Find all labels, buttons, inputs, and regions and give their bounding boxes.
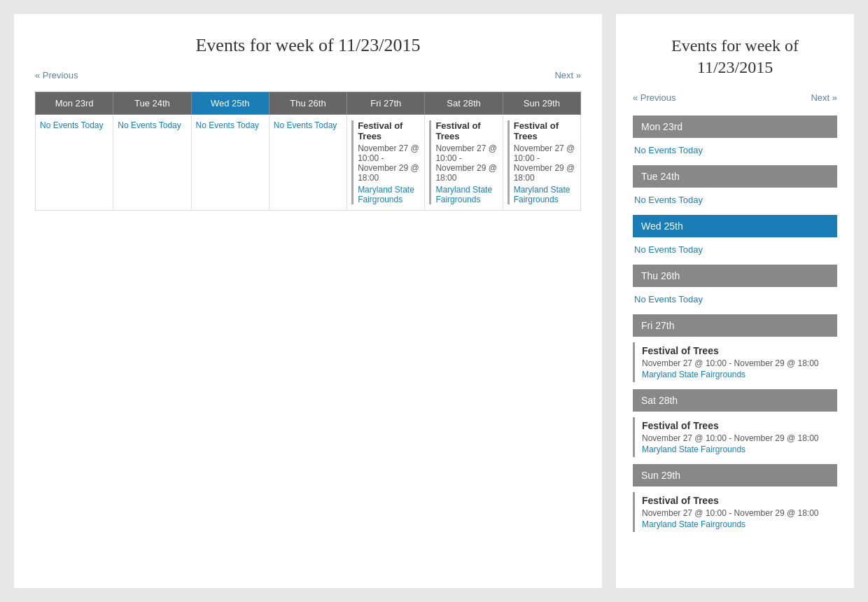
event-location-link[interactable]: Maryland State Fairgrounds (358, 185, 420, 204)
event-time: November 27 @ 10:00 - November 29 @ 18:0… (514, 144, 576, 183)
right-event-item: Festival of TreesNovember 27 @ 10:00 - N… (633, 417, 837, 457)
table-cell-day-2: No Events Today (191, 115, 269, 211)
page-title: Events for week of 11/23/2015 (35, 35, 581, 56)
table-header-day-1: Tue 24th (113, 92, 191, 115)
no-events-label: No Events Today (196, 120, 260, 130)
event-cell: Festival of TreesNovember 27 @ 10:00 - N… (429, 120, 498, 204)
right-event-title: Festival of Trees (642, 420, 837, 431)
no-events-label: No Events Today (274, 120, 337, 130)
right-day-header-6: Sun 29th (633, 464, 837, 486)
event-title: Festival of Trees (358, 120, 420, 141)
right-day-section-4: Fri 27thFestival of TreesNovember 27 @ 1… (633, 314, 837, 382)
right-panel: Events for week of 11/23/2015 « Previous… (616, 14, 854, 588)
table-header-day-6: Sun 29th (503, 92, 580, 115)
prev-link-left[interactable]: « Previous (35, 70, 78, 80)
right-no-events-label: No Events Today (633, 144, 837, 162)
event-location-link[interactable]: Maryland State Fairgrounds (514, 185, 576, 204)
right-day-sections: Mon 23rdNo Events TodayTue 24thNo Events… (633, 115, 837, 532)
right-no-events-label: No Events Today (633, 193, 837, 212)
table-header-day-0: Mon 23rd (36, 92, 113, 115)
right-panel-title: Events for week of 11/23/2015 (633, 35, 837, 78)
right-day-section-1: Tue 24thNo Events Today (633, 165, 837, 212)
next-link-right[interactable]: Next » (811, 92, 837, 103)
right-day-section-2: Wed 25thNo Events Today (633, 215, 837, 262)
right-event-item: Festival of TreesNovember 27 @ 10:00 - N… (633, 342, 837, 382)
event-title: Festival of Trees (435, 120, 498, 141)
event-time: November 27 @ 10:00 - November 29 @ 18:0… (435, 144, 498, 183)
no-events-label: No Events Today (40, 120, 104, 130)
right-no-events-label: No Events Today (633, 243, 837, 262)
table-cell-day-4: Festival of TreesNovember 27 @ 10:00 - N… (347, 115, 425, 211)
right-day-header-0: Mon 23rd (633, 115, 837, 138)
right-event-location-link[interactable]: Maryland State Fairgrounds (642, 444, 837, 454)
table-cell-day-3: No Events Today (269, 115, 346, 211)
table-header-day-4: Fri 27th (347, 92, 425, 115)
event-title: Festival of Trees (514, 120, 576, 141)
right-event-time: November 27 @ 10:00 - November 29 @ 18:0… (642, 433, 837, 443)
left-panel: Events for week of 11/23/2015 « Previous… (14, 14, 602, 588)
right-day-section-6: Sun 29thFestival of TreesNovember 27 @ 1… (633, 464, 837, 532)
event-location-link[interactable]: Maryland State Fairgrounds (435, 185, 498, 204)
week-table: Mon 23rdTue 24thWed 25thThu 26thFri 27th… (35, 92, 581, 211)
right-no-events-label: No Events Today (633, 293, 837, 312)
right-event-time: November 27 @ 10:00 - November 29 @ 18:0… (642, 508, 837, 518)
event-cell: Festival of TreesNovember 27 @ 10:00 - N… (507, 120, 576, 204)
event-time: November 27 @ 10:00 - November 29 @ 18:0… (358, 144, 420, 183)
table-cell-day-6: Festival of TreesNovember 27 @ 10:00 - N… (503, 115, 580, 211)
right-event-item: Festival of TreesNovember 27 @ 10:00 - N… (633, 492, 837, 532)
right-day-section-5: Sat 28thFestival of TreesNovember 27 @ 1… (633, 389, 837, 457)
right-day-section-3: Thu 26thNo Events Today (633, 265, 837, 312)
right-day-header-2: Wed 25th (633, 215, 837, 237)
table-header-day-3: Thu 26th (269, 92, 346, 115)
right-event-location-link[interactable]: Maryland State Fairgrounds (642, 519, 837, 529)
right-event-title: Festival of Trees (642, 495, 837, 506)
right-nav-row: « Previous Next » (633, 92, 837, 103)
table-header-day-5: Sat 28th (425, 92, 503, 115)
right-day-header-5: Sat 28th (633, 389, 837, 412)
right-day-header-3: Thu 26th (633, 265, 837, 287)
no-events-label: No Events Today (118, 120, 181, 130)
table-cell-day-1: No Events Today (113, 115, 191, 211)
right-day-header-4: Fri 27th (633, 314, 837, 337)
right-day-section-0: Mon 23rdNo Events Today (633, 115, 837, 162)
table-header-day-2: Wed 25th (191, 92, 269, 115)
right-day-header-1: Tue 24th (633, 165, 837, 188)
table-cell-day-0: No Events Today (36, 115, 113, 211)
table-cell-day-5: Festival of TreesNovember 27 @ 10:00 - N… (425, 115, 503, 211)
right-event-location-link[interactable]: Maryland State Fairgrounds (642, 370, 837, 379)
right-event-title: Festival of Trees (642, 345, 837, 356)
prev-link-right[interactable]: « Previous (633, 92, 676, 103)
event-cell: Festival of TreesNovember 27 @ 10:00 - N… (351, 120, 420, 204)
next-link-left[interactable]: Next » (554, 70, 581, 80)
left-nav-row: « Previous Next » (35, 70, 581, 80)
right-event-time: November 27 @ 10:00 - November 29 @ 18:0… (642, 358, 837, 368)
